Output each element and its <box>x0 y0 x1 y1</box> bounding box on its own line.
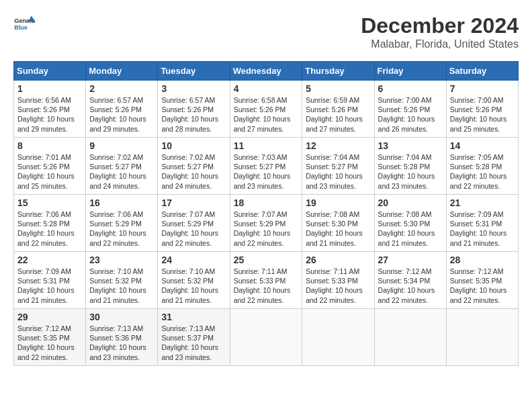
day-info: Sunrise: 7:12 AMSunset: 5:35 PMDaylight:… <box>17 324 75 361</box>
day-number: 3 <box>161 83 226 94</box>
table-row: 27 Sunrise: 7:12 AMSunset: 5:34 PMDaylig… <box>374 252 446 309</box>
table-row: 24 Sunrise: 7:10 AMSunset: 5:32 PMDaylig… <box>158 252 230 309</box>
day-info: Sunrise: 6:56 AMSunset: 5:26 PMDaylight:… <box>17 96 75 133</box>
table-row: 31 Sunrise: 7:13 AMSunset: 5:37 PMDaylig… <box>158 309 230 366</box>
table-row <box>302 309 374 366</box>
day-number: 6 <box>378 83 443 94</box>
month-title: December 2024 <box>361 13 519 38</box>
table-row: 17 Sunrise: 7:07 AMSunset: 5:29 PMDaylig… <box>158 195 230 252</box>
day-number: 16 <box>89 197 154 208</box>
header-tuesday: Tuesday <box>158 62 230 81</box>
table-row: 6 Sunrise: 7:00 AMSunset: 5:26 PMDayligh… <box>374 81 446 138</box>
day-number: 7 <box>450 83 515 94</box>
header-sunday: Sunday <box>14 62 86 81</box>
header-monday: Monday <box>86 62 158 81</box>
table-row <box>446 309 518 366</box>
day-info: Sunrise: 7:08 AMSunset: 5:30 PMDaylight:… <box>378 210 435 247</box>
day-number: 22 <box>17 255 82 265</box>
day-info: Sunrise: 7:10 AMSunset: 5:32 PMDaylight:… <box>161 267 218 304</box>
day-number: 18 <box>234 197 299 208</box>
day-number: 11 <box>234 140 299 151</box>
day-number: 8 <box>17 140 82 151</box>
logo-icon: General Blue <box>13 13 35 35</box>
day-info: Sunrise: 7:04 AMSunset: 5:28 PMDaylight:… <box>378 153 435 190</box>
day-number: 13 <box>378 140 443 151</box>
table-row: 29 Sunrise: 7:12 AMSunset: 5:35 PMDaylig… <box>14 309 86 366</box>
table-row <box>230 309 302 366</box>
day-number: 28 <box>450 255 515 265</box>
table-row: 30 Sunrise: 7:13 AMSunset: 5:36 PMDaylig… <box>86 309 158 366</box>
location-title: Malabar, Florida, United States <box>361 38 519 50</box>
day-info: Sunrise: 7:04 AMSunset: 5:27 PMDaylight:… <box>306 153 363 190</box>
table-row: 3 Sunrise: 6:57 AMSunset: 5:26 PMDayligh… <box>158 81 230 138</box>
day-info: Sunrise: 7:03 AMSunset: 5:27 PMDaylight:… <box>234 153 291 190</box>
logo: General Blue <box>13 13 35 35</box>
table-row: 9 Sunrise: 7:02 AMSunset: 5:27 PMDayligh… <box>86 138 158 195</box>
day-info: Sunrise: 7:05 AMSunset: 5:28 PMDaylight:… <box>450 153 507 190</box>
header-wednesday: Wednesday <box>230 62 302 81</box>
day-number: 5 <box>306 83 370 94</box>
day-number: 10 <box>161 140 226 151</box>
day-number: 21 <box>450 197 515 208</box>
table-row: 2 Sunrise: 6:57 AMSunset: 5:26 PMDayligh… <box>86 81 158 138</box>
day-info: Sunrise: 7:06 AMSunset: 5:29 PMDaylight:… <box>89 210 146 247</box>
day-number: 4 <box>234 83 299 94</box>
table-row: 4 Sunrise: 6:58 AMSunset: 5:26 PMDayligh… <box>230 81 302 138</box>
calendar-week-row: 8 Sunrise: 7:01 AMSunset: 5:26 PMDayligh… <box>14 138 519 195</box>
day-number: 19 <box>306 197 370 208</box>
page-header: General Blue December 2024 Malabar, Flor… <box>13 13 519 50</box>
day-info: Sunrise: 7:02 AMSunset: 5:27 PMDaylight:… <box>161 153 218 190</box>
day-info: Sunrise: 6:58 AMSunset: 5:26 PMDaylight:… <box>234 96 291 133</box>
day-number: 27 <box>378 255 443 265</box>
day-info: Sunrise: 7:13 AMSunset: 5:36 PMDaylight:… <box>89 324 146 361</box>
header-thursday: Thursday <box>302 62 374 81</box>
day-info: Sunrise: 6:59 AMSunset: 5:26 PMDaylight:… <box>306 96 363 133</box>
table-row: 16 Sunrise: 7:06 AMSunset: 5:29 PMDaylig… <box>86 195 158 252</box>
title-area: December 2024 Malabar, Florida, United S… <box>361 13 519 50</box>
table-row: 12 Sunrise: 7:04 AMSunset: 5:27 PMDaylig… <box>302 138 374 195</box>
day-number: 20 <box>378 197 443 208</box>
calendar-header-row: Sunday Monday Tuesday Wednesday Thursday… <box>14 62 519 81</box>
day-info: Sunrise: 7:10 AMSunset: 5:32 PMDaylight:… <box>89 267 146 304</box>
table-row: 8 Sunrise: 7:01 AMSunset: 5:26 PMDayligh… <box>14 138 86 195</box>
day-info: Sunrise: 7:12 AMSunset: 5:35 PMDaylight:… <box>450 267 507 304</box>
table-row: 20 Sunrise: 7:08 AMSunset: 5:30 PMDaylig… <box>374 195 446 252</box>
day-info: Sunrise: 6:57 AMSunset: 5:26 PMDaylight:… <box>89 96 146 133</box>
table-row: 23 Sunrise: 7:10 AMSunset: 5:32 PMDaylig… <box>86 252 158 309</box>
day-number: 24 <box>161 255 226 265</box>
day-info: Sunrise: 7:11 AMSunset: 5:33 PMDaylight:… <box>306 267 363 304</box>
calendar-table: Sunday Monday Tuesday Wednesday Thursday… <box>13 61 519 366</box>
table-row: 1 Sunrise: 6:56 AMSunset: 5:26 PMDayligh… <box>14 81 86 138</box>
svg-text:Blue: Blue <box>14 24 27 31</box>
day-number: 17 <box>161 197 226 208</box>
table-row: 18 Sunrise: 7:07 AMSunset: 5:29 PMDaylig… <box>230 195 302 252</box>
day-number: 9 <box>89 140 154 151</box>
day-info: Sunrise: 7:00 AMSunset: 5:26 PMDaylight:… <box>378 96 435 133</box>
calendar-week-row: 15 Sunrise: 7:06 AMSunset: 5:28 PMDaylig… <box>14 195 519 252</box>
day-info: Sunrise: 7:08 AMSunset: 5:30 PMDaylight:… <box>306 210 363 247</box>
calendar-week-row: 22 Sunrise: 7:09 AMSunset: 5:31 PMDaylig… <box>14 252 519 309</box>
table-row: 25 Sunrise: 7:11 AMSunset: 5:33 PMDaylig… <box>230 252 302 309</box>
day-number: 26 <box>306 255 370 265</box>
table-row: 28 Sunrise: 7:12 AMSunset: 5:35 PMDaylig… <box>446 252 518 309</box>
day-number: 1 <box>17 83 82 94</box>
table-row: 5 Sunrise: 6:59 AMSunset: 5:26 PMDayligh… <box>302 81 374 138</box>
table-row: 10 Sunrise: 7:02 AMSunset: 5:27 PMDaylig… <box>158 138 230 195</box>
day-info: Sunrise: 7:09 AMSunset: 5:31 PMDaylight:… <box>450 210 507 247</box>
table-row: 7 Sunrise: 7:00 AMSunset: 5:26 PMDayligh… <box>446 81 518 138</box>
calendar-week-row: 29 Sunrise: 7:12 AMSunset: 5:35 PMDaylig… <box>14 309 519 366</box>
day-info: Sunrise: 7:09 AMSunset: 5:31 PMDaylight:… <box>17 267 75 304</box>
day-number: 12 <box>306 140 370 151</box>
day-info: Sunrise: 7:00 AMSunset: 5:26 PMDaylight:… <box>450 96 507 133</box>
day-info: Sunrise: 7:02 AMSunset: 5:27 PMDaylight:… <box>89 153 146 190</box>
day-info: Sunrise: 7:07 AMSunset: 5:29 PMDaylight:… <box>161 210 218 247</box>
day-info: Sunrise: 7:01 AMSunset: 5:26 PMDaylight:… <box>17 153 75 190</box>
day-info: Sunrise: 7:13 AMSunset: 5:37 PMDaylight:… <box>161 324 218 361</box>
day-number: 31 <box>161 312 226 322</box>
table-row: 26 Sunrise: 7:11 AMSunset: 5:33 PMDaylig… <box>302 252 374 309</box>
day-number: 29 <box>17 312 82 322</box>
table-row: 21 Sunrise: 7:09 AMSunset: 5:31 PMDaylig… <box>446 195 518 252</box>
day-info: Sunrise: 7:11 AMSunset: 5:33 PMDaylight:… <box>234 267 291 304</box>
table-row: 11 Sunrise: 7:03 AMSunset: 5:27 PMDaylig… <box>230 138 302 195</box>
day-info: Sunrise: 7:12 AMSunset: 5:34 PMDaylight:… <box>378 267 435 304</box>
